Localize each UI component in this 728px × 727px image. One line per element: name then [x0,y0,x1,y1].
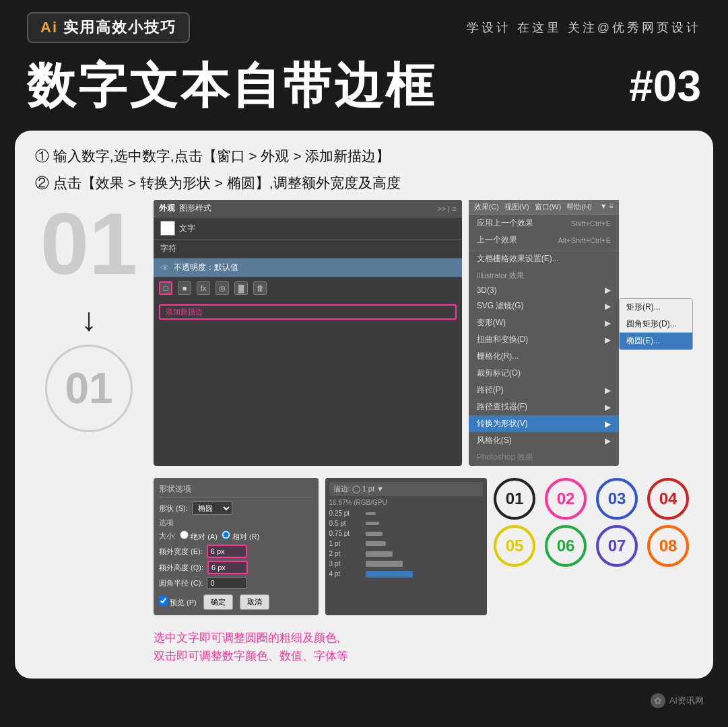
circle-07: 07 [596,525,638,567]
step1-text: ① 输入数字,选中数字,点击【窗口 > 外观 > 添加新描边】 [35,145,693,167]
warp-item[interactable]: 扭曲和变换(D)▶ [469,331,619,348]
panel-text-label: 文字 [179,223,195,234]
panel-opacity-label: 不透明度：默认值 [174,262,238,273]
path-item[interactable]: 路径(P)▶ [469,382,619,399]
color-circles-container: 01 02 03 04 05 06 07 08 [494,478,693,615]
pathfinder-item[interactable]: 路径查找器(F)▶ [469,399,619,415]
help-menu-label: 帮助(H) [566,202,591,212]
stroke-2: 2 pt [329,550,484,557]
effects-menu-screenshot: 效果(C) 视图(V) 窗口(W) 帮助(H) ▼ ≡ 应用上一个效果 Shif… [469,200,693,466]
crop-marks-item[interactable]: 裁剪标记(O) [469,365,619,382]
doc-raster-item[interactable]: 文档栅格效果设置(E)... [469,250,619,267]
circle-04: 04 [647,478,689,520]
stroke-1-label: 1 pt [329,540,363,547]
last-shortcut: Alt+Shift+Ctrl+E [558,236,611,244]
panel-row-text: 文字 [154,217,462,240]
arrow-down-icon: ↓ [81,301,97,338]
illustrator-effects-label: Illustrator 效果 [469,269,619,283]
rasterize-item[interactable]: 栅格化(R)... [469,348,619,365]
absolute-radio[interactable] [180,530,189,539]
add-stroke-area: 添加新描边 [154,299,462,325]
effects-panel: 效果(C) 视图(V) 窗口(W) 帮助(H) ▼ ≡ 应用上一个效果 Shif… [469,200,619,466]
circle-icon[interactable]: ◎ [216,281,229,295]
view-menu-label: 视图(V) [504,202,529,212]
shape-select[interactable]: 椭圆 [192,501,232,515]
relative-radio-label[interactable]: 相对 (R) [222,530,259,542]
fill-icon[interactable]: ■ [178,281,191,295]
distort-item[interactable]: 变形(W)▶ [469,314,619,331]
last-effect[interactable]: 上一个效果 Alt+Shift+Ctrl+E [469,232,619,248]
new-stroke-icon[interactable]: □ [159,281,172,295]
svg-filter-item[interactable]: SVG 滤镜(G)▶ [469,298,619,314]
absolute-radio-label[interactable]: 绝对 (A) [180,530,218,542]
window-menu-label: 窗口(W) [535,202,562,212]
circle-08: 08 [647,525,689,567]
fx-icon[interactable]: fx [197,281,210,295]
rectangle-item[interactable]: 矩形(R)... [620,299,692,316]
stroke-0-25-label: 0.25 pt [329,510,363,517]
main-card: ① 输入数字,选中数字,点击【窗口 > 外观 > 添加新描边】 ② 点击【效果 … [15,131,713,679]
corner-radius-row: 圆角半径 (C): [159,577,313,589]
big-number-top: 01 [40,200,138,287]
screenshots-row: 外观 图形样式 >> | ≡ 文字 字符 👁 不透明度：默认值 [154,200,693,466]
panel-options: >> | ≡ [437,205,456,213]
stroke-0-5-bar [366,522,379,525]
left-column: 01 ↓ 01 [35,200,143,665]
extra-height-row: 额外高度 (Q): [159,561,313,574]
watermark-text: AI资讯网 [669,695,704,707]
shape-submenu-panel: 矩形(R)... 圆角矩形(D)... 椭圆(E)... [619,298,693,350]
size-options-row: 大小: 绝对 (A) 相对 (R) [159,530,313,542]
cancel-button[interactable]: 取消 [240,594,269,610]
circle-02: 02 [545,478,587,520]
panel-row-opacity: 👁 不透明度：默认值 [154,258,462,277]
extra-height-label: 额外高度 (Q): [159,563,203,573]
preview-checkbox[interactable] [159,596,168,605]
convert-shape-label: 转换为形状(V) [477,418,528,429]
stylize-item[interactable]: 风格化(S)▶ [469,432,619,449]
stroke-panel-header: 描边: ◯ 1 pt ▼ [329,482,484,496]
bottom-line2: 双击即可调整数字颜色、数值、字体等 [154,647,693,665]
step2-text: ② 点击【效果 > 转换为形状 > 椭圆】,调整额外宽度及高度 [35,172,693,194]
pattern-icon[interactable]: ▓ [234,281,248,295]
extra-width-input[interactable] [207,545,247,558]
stroke-0-5: 0.5 pt [329,520,484,527]
stroke-0-25: 0.25 pt [329,510,484,517]
top-banner: Ai 实用高效小技巧 学设计 在这里 关注@优秀网页设计 [0,0,728,51]
shape-panel-buttons: 预览 (P) 确定 取消 [159,594,313,610]
main-content: 01 ↓ 01 外观 图形样式 >> | ≡ 文字 [35,200,693,665]
apply-last-effect[interactable]: 应用上一个效果 Shift+Ctrl+E [469,215,619,232]
right-column: 外观 图形样式 >> | ≡ 文字 字符 👁 不透明度：默认值 [154,200,693,665]
color-circles-grid: 01 02 03 04 05 06 07 08 [494,478,693,567]
eye-icon: 👁 [160,263,170,273]
3d-item[interactable]: 3D(3)▶ [469,283,619,298]
stroke-0-75-label: 0.75 pt [329,530,363,537]
more-options: ▼ ≡ [600,202,614,212]
add-new-stroke-button[interactable]: 添加新描边 [159,304,457,320]
apply-shortcut: Shift+Ctrl+E [571,219,611,228]
brand-suffix: 实用高效小技巧 [63,19,176,36]
corner-radius-input[interactable] [207,577,247,589]
preview-checkbox-label[interactable]: 预览 (P) [159,596,197,608]
effects-menu-header: 效果(C) 视图(V) 窗口(W) 帮助(H) ▼ ≡ [469,200,619,215]
stroke-4-label: 4 pt [329,570,363,578]
corner-radius-label: 圆角半径 (C): [159,578,203,588]
ellipse-item[interactable]: 椭圆(E)... [620,333,692,349]
stroke-3: 3 pt [329,560,484,567]
stroke-2-bar [366,551,393,557]
convert-to-shape-item[interactable]: 转换为形状(V) ▶ [469,415,619,432]
extra-height-input[interactable] [207,561,248,574]
stroke-3-label: 3 pt [329,560,363,567]
trash-icon[interactable]: 🗑 [253,281,267,295]
relative-radio[interactable] [222,530,230,539]
extra-width-row: 额外宽度 (E): [159,545,313,558]
confirm-button[interactable]: 确定 [203,594,233,610]
bottom-line1: 选中文字即可调整圆圈的粗细及颜色, [154,629,693,647]
stroke-0-25-bar [366,512,376,515]
shape-panel-title: 形状选项 [159,483,313,497]
stroke-2-label: 2 pt [329,550,363,557]
circle-01: 01 [494,478,535,520]
stroke-3-bar [366,561,403,567]
rounded-rect-item[interactable]: 圆角矩形(D)... [620,316,692,333]
graphic-styles-tab: 图形样式 [179,203,211,214]
zoom-label: 16.67% (RGB/GPU [329,499,484,506]
